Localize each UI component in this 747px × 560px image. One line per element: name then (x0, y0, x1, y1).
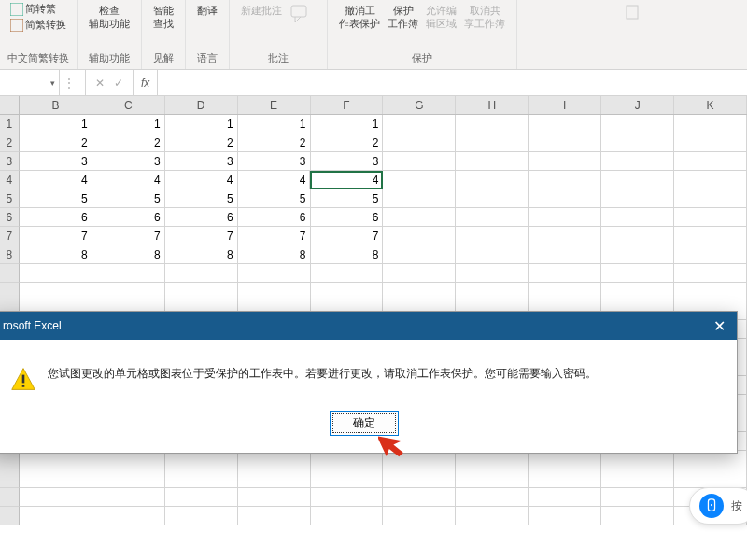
cell[interactable]: 4 (165, 171, 238, 189)
cell[interactable] (601, 488, 674, 507)
cell[interactable]: 6 (238, 208, 311, 227)
row-header[interactable] (0, 451, 20, 469)
cell[interactable] (456, 507, 529, 525)
cell[interactable] (529, 133, 601, 152)
cell[interactable]: 8 (165, 245, 238, 264)
cell[interactable]: 1 (311, 115, 384, 133)
cell[interactable] (20, 264, 92, 283)
cell[interactable] (529, 283, 601, 301)
cell[interactable]: 2 (311, 133, 384, 152)
cell[interactable]: 7 (165, 227, 238, 245)
cell[interactable]: 8 (311, 245, 384, 264)
row-header[interactable]: 1 (0, 115, 20, 133)
cell[interactable] (601, 283, 674, 301)
cancel-icon[interactable]: ✕ (95, 77, 105, 90)
cell[interactable] (674, 283, 747, 301)
cell[interactable]: 3 (311, 152, 384, 171)
cell[interactable]: 8 (238, 245, 311, 264)
cell[interactable] (456, 283, 529, 301)
cell[interactable] (165, 488, 238, 507)
col-header[interactable]: H (456, 96, 529, 114)
cell[interactable] (238, 488, 311, 507)
cell[interactable] (383, 133, 456, 152)
cell[interactable] (674, 264, 747, 283)
cell[interactable] (238, 264, 311, 283)
row-header[interactable] (0, 469, 20, 488)
chevron-down-icon[interactable]: ▾ (50, 78, 55, 88)
cell[interactable] (601, 208, 674, 227)
ribbon-check-accessibility[interactable]: 检查 辅助功能 (85, 2, 134, 33)
cell[interactable] (529, 227, 601, 245)
cell[interactable] (383, 283, 456, 301)
cell[interactable] (674, 171, 747, 189)
cell[interactable]: 1 (92, 115, 165, 133)
ok-button[interactable]: 确定 (330, 411, 399, 436)
cell[interactable]: 5 (92, 189, 165, 208)
cell[interactable] (311, 451, 384, 469)
cell[interactable] (529, 152, 601, 171)
cell[interactable] (601, 189, 674, 208)
name-box-ext[interactable]: ⋮ (60, 70, 86, 95)
cell[interactable]: 3 (165, 152, 238, 171)
cell[interactable] (165, 264, 238, 283)
cell[interactable] (456, 451, 529, 469)
cell[interactable] (674, 227, 747, 245)
cell[interactable]: 3 (20, 152, 92, 171)
cell[interactable]: 6 (165, 208, 238, 227)
ribbon-smart-lookup[interactable]: 智能 查找 (149, 2, 177, 33)
row-header[interactable]: 3 (0, 152, 20, 171)
cell[interactable] (383, 227, 456, 245)
cell[interactable] (456, 264, 529, 283)
cell[interactable] (529, 208, 601, 227)
cell[interactable] (601, 451, 674, 469)
select-all-corner[interactable] (0, 96, 20, 114)
cell[interactable] (601, 115, 674, 133)
cell[interactable] (383, 469, 456, 488)
row-header[interactable]: 5 (0, 189, 20, 208)
cell[interactable] (601, 171, 674, 189)
cell[interactable] (165, 451, 238, 469)
cell[interactable]: 6 (20, 208, 92, 227)
cell[interactable] (165, 507, 238, 525)
cell[interactable] (456, 488, 529, 507)
col-header[interactable]: J (601, 96, 674, 114)
cell[interactable] (601, 133, 674, 152)
cell[interactable]: 1 (20, 115, 92, 133)
cell[interactable]: 1 (238, 115, 311, 133)
floating-assist-widget[interactable]: 按 (689, 487, 747, 525)
col-header[interactable]: D (165, 96, 238, 114)
cell[interactable]: 8 (20, 245, 92, 264)
cell[interactable] (456, 115, 529, 133)
close-icon[interactable]: ✕ (713, 317, 726, 335)
cell[interactable] (674, 451, 747, 469)
cell[interactable] (311, 264, 384, 283)
col-header[interactable]: K (674, 96, 747, 114)
cell[interactable] (383, 451, 456, 469)
cell[interactable] (238, 469, 311, 488)
cell[interactable] (601, 245, 674, 264)
cell[interactable] (20, 283, 92, 301)
row-header[interactable]: 8 (0, 245, 20, 264)
cell[interactable] (165, 469, 238, 488)
cell[interactable]: 4 (92, 171, 165, 189)
cell[interactable] (529, 451, 601, 469)
cell[interactable] (456, 152, 529, 171)
cell[interactable] (456, 189, 529, 208)
ribbon-unprotect-sheet[interactable]: 撤消工 作表保护 (335, 2, 384, 33)
cell[interactable] (529, 469, 601, 488)
row-header[interactable]: 6 (0, 208, 20, 227)
cell[interactable] (529, 507, 601, 525)
cell[interactable] (383, 171, 456, 189)
col-header[interactable]: E (238, 96, 311, 114)
cell[interactable] (92, 264, 165, 283)
cell[interactable]: 1 (165, 115, 238, 133)
cell[interactable] (165, 283, 238, 301)
cell[interactable] (311, 283, 384, 301)
cell[interactable] (20, 451, 92, 469)
name-box[interactable]: ▾ (0, 70, 60, 95)
cell[interactable] (529, 189, 601, 208)
ribbon-translate[interactable]: 翻译 (193, 2, 221, 19)
confirm-icon[interactable]: ✓ (114, 77, 123, 90)
cell[interactable] (311, 469, 384, 488)
col-header[interactable]: C (92, 96, 165, 114)
